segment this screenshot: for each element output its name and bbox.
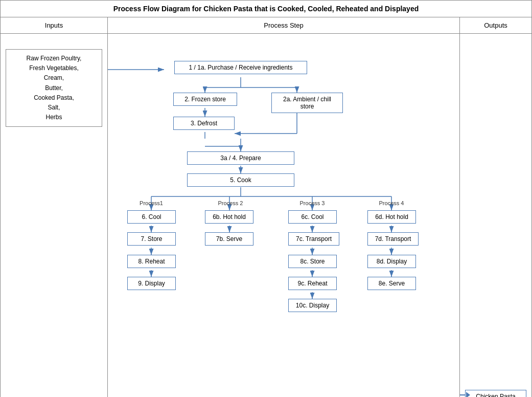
box-prepare: 3a / 4. Prepare (187, 151, 294, 165)
page: Process Flow Diagram for Chicken Pasta t… (0, 0, 532, 397)
process-label-2: Process 2 (207, 200, 253, 206)
box-transport-3: 7c. Transport (288, 232, 339, 246)
box-serve-4: 8e. Serve (367, 277, 416, 290)
page-title: Process Flow Diagram for Chicken Pasta t… (1, 1, 531, 17)
box-hot-hold-4: 6d. Hot hold (367, 210, 416, 224)
box-display-4: 8d. Display (367, 255, 416, 268)
box-transport-4: 7d. Transport (367, 232, 419, 246)
title-text: Process Flow Diagram for Chicken Pasta t… (113, 5, 419, 13)
box-reheat-3: 9c. Reheat (288, 277, 337, 290)
box-ambient-store: 2a. Ambient / chill store (271, 93, 343, 113)
process-label-1: Process1 (128, 200, 174, 206)
box-cook: 5. Cook (187, 173, 294, 187)
inputs-box: Raw Frozen Poultry, Fresh Vegetables, Cr… (6, 49, 102, 127)
box-reheat-1: 8. Reheat (127, 255, 176, 268)
box-store-1: 7. Store (127, 232, 176, 246)
outputs-column: Chicken Pasta (460, 34, 531, 397)
box-display-1: 9. Display (127, 277, 176, 290)
box-cool-1: 6. Cool (127, 210, 176, 224)
output-box: Chicken Pasta (465, 390, 526, 397)
inputs-header: Inputs (1, 17, 108, 33)
box-purchase: 1 / 1a. Purchase / Receive ingredients (174, 61, 307, 74)
process-header: Process Step (108, 17, 460, 33)
box-display-3: 10c. Display (288, 299, 337, 312)
box-serve-2: 7b. Serve (205, 232, 253, 246)
box-hot-hold-2: 6b. Hot hold (205, 210, 253, 224)
outputs-header: Outputs (460, 17, 531, 33)
inputs-column: Raw Frozen Poultry, Fresh Vegetables, Cr… (1, 34, 108, 397)
process-column: 1 / 1a. Purchase / Receive ingredients 2… (108, 34, 460, 397)
process-area: 1 / 1a. Purchase / Receive ingredients 2… (108, 39, 459, 397)
box-frozen-store: 2. Frozen store (173, 93, 237, 106)
box-cool-3: 6c. Cool (288, 210, 337, 224)
box-defrost: 3. Defrost (173, 117, 235, 130)
box-store-3: 8c. Store (288, 255, 337, 268)
process-label-3: Process 3 (289, 200, 335, 206)
process-label-4: Process 4 (368, 200, 414, 206)
